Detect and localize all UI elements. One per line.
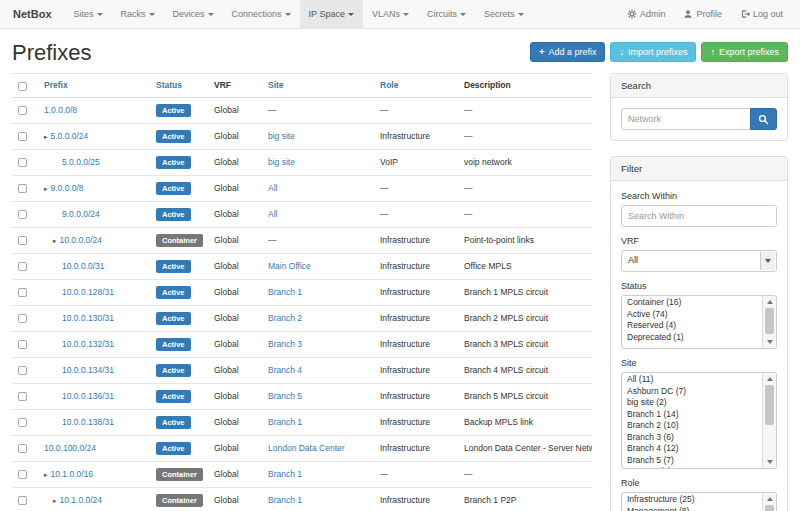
select-option[interactable]: Reserved (4) (623, 320, 760, 332)
prefix-link[interactable]: 9.0.0.0/24 (62, 209, 100, 219)
nav-item-vlans[interactable]: VLANs (363, 0, 418, 28)
prefix-link[interactable]: 9.0.0.0/8 (51, 183, 84, 193)
nav-item-racks[interactable]: Racks (112, 0, 164, 28)
scrollbar-thumb[interactable] (765, 505, 774, 511)
select-option[interactable]: Branch 5 (7) (623, 455, 760, 467)
column-header-role[interactable]: Role (374, 74, 458, 97)
site-link[interactable]: Branch 2 (268, 313, 302, 323)
prefix-link[interactable]: 10.0.0.0/24 (60, 235, 103, 245)
add-a-prefix-button[interactable]: +Add a prefix (530, 42, 605, 62)
nav-item-log-out[interactable]: Log out (731, 0, 792, 28)
prefix-link[interactable]: 10.1.0.0/24 (60, 495, 103, 505)
select-option[interactable]: Active (74) (623, 309, 760, 321)
nav-item-connections[interactable]: Connections (223, 0, 300, 28)
app-logo[interactable]: NetBox (0, 0, 65, 28)
row-checkbox[interactable] (18, 132, 27, 141)
status-select-scrollbar[interactable] (762, 296, 776, 348)
nav-item-devices[interactable]: Devices (164, 0, 223, 28)
site-link[interactable]: All (268, 183, 277, 193)
site-link[interactable]: London Data Center (268, 443, 345, 453)
site-select[interactable]: All (11)Ashburn DC (7)big site (2)Branch… (621, 372, 777, 469)
row-checkbox[interactable] (18, 444, 27, 453)
select-option[interactable]: COLO 1 (4) (623, 466, 760, 469)
expand-caret-icon[interactable]: ▸ (44, 471, 48, 478)
site-select-scrollbar[interactable] (762, 373, 776, 468)
row-checkbox[interactable] (18, 496, 27, 505)
site-link[interactable]: Branch 5 (268, 391, 302, 401)
select-option[interactable]: Branch 3 (6) (623, 432, 760, 444)
status-select[interactable]: Container (16)Active (74)Reserved (4)Dep… (621, 295, 777, 349)
row-checkbox[interactable] (18, 288, 27, 297)
select-option[interactable]: All (11) (623, 374, 760, 386)
role-select-scrollbar[interactable] (762, 493, 776, 511)
site-link[interactable]: Branch 3 (268, 339, 302, 349)
row-checkbox[interactable] (18, 210, 27, 219)
prefix-link[interactable]: 5.0.0.0/24 (51, 131, 89, 141)
row-checkbox[interactable] (18, 418, 27, 427)
select-option[interactable]: big site (2) (623, 397, 760, 409)
expand-caret-icon[interactable]: ▸ (53, 497, 57, 504)
expand-caret-icon[interactable]: ▸ (44, 133, 48, 140)
row-checkbox[interactable] (18, 262, 27, 271)
site-link[interactable]: Branch 4 (268, 365, 302, 375)
select-option[interactable]: Container (16) (623, 297, 760, 309)
site-link[interactable]: big site (268, 157, 295, 167)
scrollbar-thumb[interactable] (765, 308, 774, 334)
expand-caret-icon[interactable]: ▸ (44, 185, 48, 192)
site-link[interactable]: Branch 1 (268, 417, 302, 427)
search-input[interactable] (621, 108, 751, 130)
nav-item-sites[interactable]: Sites (65, 0, 112, 28)
nav-item-circuits[interactable]: Circuits (418, 0, 475, 28)
column-header-prefix[interactable]: Prefix (38, 74, 150, 97)
select-option[interactable]: Ashburn DC (7) (623, 386, 760, 398)
prefix-link[interactable]: 10.0.0.0/31 (62, 261, 105, 271)
select-option[interactable]: Management (8) (623, 506, 760, 511)
prefix-link[interactable]: 10.0.0.134/31 (62, 365, 114, 375)
site-link[interactable]: Branch 1 (268, 287, 302, 297)
search-within-input[interactable] (621, 205, 777, 227)
row-checkbox[interactable] (18, 184, 27, 193)
select-option[interactable]: Branch 2 (10) (623, 420, 760, 432)
role-select[interactable]: Infrastructure (25)Management (8)Private… (621, 492, 777, 511)
prefix-link[interactable]: 10.0.0.132/31 (62, 339, 114, 349)
prefix-link[interactable]: 1.0.0.0/8 (44, 105, 77, 115)
row-checkbox[interactable] (18, 366, 27, 375)
site-link[interactable]: Branch 1 (268, 495, 302, 505)
column-header-status[interactable]: Status (150, 74, 208, 97)
prefix-link[interactable]: 10.0.100.0/24 (44, 443, 96, 453)
select-all-checkbox[interactable] (18, 82, 27, 91)
row-checkbox[interactable] (18, 340, 27, 349)
prefix-link[interactable]: 10.0.0.136/31 (62, 391, 114, 401)
nav-item-secrets[interactable]: Secrets (475, 0, 533, 28)
select-option[interactable]: Deprecated (1) (623, 332, 760, 344)
nav-item-ip-space[interactable]: IP Space (300, 0, 363, 28)
site-link[interactable]: Branch 1 (268, 469, 302, 479)
select-option[interactable]: Branch 1 (14) (623, 409, 760, 421)
site-link[interactable]: Main Office (268, 261, 311, 271)
site-link[interactable]: big site (268, 131, 295, 141)
row-checkbox[interactable] (18, 106, 27, 115)
row-checkbox[interactable] (18, 158, 27, 167)
select-option[interactable]: Infrastructure (25) (623, 494, 760, 506)
export-prefixes-button[interactable]: ↑Export prefixes (701, 42, 788, 62)
nav-item-profile[interactable]: Profile (674, 0, 731, 28)
row-checkbox[interactable] (18, 392, 27, 401)
row-checkbox[interactable] (18, 470, 27, 479)
prefix-link[interactable]: 10.1.0.0/16 (51, 469, 94, 479)
description-cell: Branch 5 MPLS circuit (458, 383, 592, 409)
site-link[interactable]: All (268, 209, 277, 219)
row-checkbox[interactable] (18, 236, 27, 245)
prefix-link[interactable]: 5.0.0.0/25 (62, 157, 100, 167)
column-header-site[interactable]: Site (262, 74, 374, 97)
scrollbar-thumb[interactable] (765, 385, 774, 425)
prefix-link[interactable]: 10.0.0.138/31 (62, 417, 114, 427)
vrf-select[interactable]: All (621, 250, 777, 272)
search-button[interactable] (750, 108, 777, 130)
prefix-link[interactable]: 10.0.0.128/31 (62, 287, 114, 297)
row-checkbox[interactable] (18, 314, 27, 323)
import-prefixes-button[interactable]: ↓Import prefixes (610, 42, 696, 62)
select-option[interactable]: Branch 4 (12) (623, 443, 760, 455)
expand-caret-icon[interactable]: ▸ (53, 237, 57, 244)
nav-item-admin[interactable]: Admin (618, 0, 675, 28)
prefix-link[interactable]: 10.0.0.130/31 (62, 313, 114, 323)
